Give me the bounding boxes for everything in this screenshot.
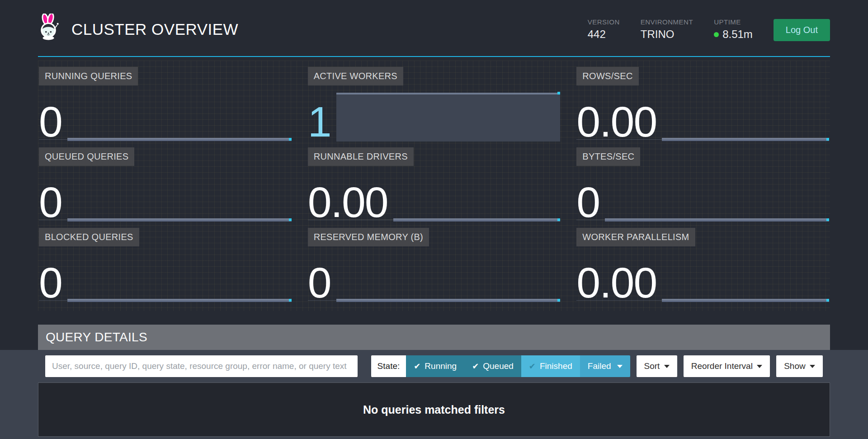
app-header: CLUSTER OVERVIEW VERSION 442 ENVIRONMENT… <box>0 0 868 57</box>
reorder-interval-dropdown-button[interactable]: Reorder Interval <box>684 355 770 377</box>
stat-label: RESERVED MEMORY (B) <box>308 228 429 246</box>
header-stat-uptime: UPTIME 8.51m <box>714 18 753 41</box>
sparkline-dot-icon <box>826 218 829 221</box>
state-filter-queued[interactable]: ✔ Queued <box>464 355 521 377</box>
environment-value: TRINO <box>641 28 693 41</box>
sparkline-dot-icon <box>289 218 292 221</box>
stat-card-active-workers: ACTIVE WORKERS 1 <box>308 67 561 145</box>
stat-label: QUEUED QUERIES <box>39 147 134 166</box>
sparkline-chart <box>605 173 829 222</box>
sort-dropdown-button[interactable]: Sort <box>637 355 677 377</box>
stat-label: BYTES/SEC <box>576 147 640 166</box>
stat-value: 0.00 <box>576 263 656 302</box>
uptime-value: 8.51m <box>722 28 753 41</box>
state-filter-group: State: ✔ Running ✔ Queued ✔ Finished Fai… <box>371 355 630 377</box>
sparkline-chart <box>662 254 829 302</box>
state-filter-label: State: <box>371 355 406 377</box>
stat-value: 0.00 <box>576 102 656 142</box>
sparkline-chart <box>393 173 561 222</box>
chevron-down-icon <box>757 365 762 368</box>
header-stat-version: VERSION 442 <box>588 18 620 41</box>
sparkline-chart <box>67 93 292 142</box>
sparkline-chart <box>662 93 829 142</box>
show-dropdown-button[interactable]: Show <box>776 355 823 377</box>
stat-label: WORKER PARALLELISM <box>576 228 695 246</box>
query-list-panel: No queries matched filters <box>38 382 830 437</box>
stat-value: 0.00 <box>308 183 388 222</box>
logout-button[interactable]: Log Out <box>774 19 830 41</box>
version-value: 442 <box>588 28 620 41</box>
sparkline-chart <box>67 254 292 302</box>
uptime-label: UPTIME <box>714 18 753 26</box>
stat-card-worker-parallelism: WORKER PARALLELISM 0.00 <box>576 228 829 306</box>
stat-card-bytes-sec: BYTES/SEC 0 <box>576 147 829 225</box>
cluster-stats-grid: RUNNING QUERIES 0 ACTIVE WORKERS 1 ROWS/… <box>38 61 830 311</box>
environment-label: ENVIRONMENT <box>641 18 693 26</box>
state-filter-failed-dropdown[interactable]: Failed <box>580 355 630 377</box>
sparkline-dot-icon <box>289 138 292 141</box>
stat-value: 0 <box>308 263 331 302</box>
chevron-down-icon <box>810 365 815 368</box>
header-stat-environment: ENVIRONMENT TRINO <box>641 18 693 41</box>
stat-card-queued-queries: QUEUED QUERIES 0 <box>39 147 292 225</box>
sparkline-dot-icon <box>557 218 560 221</box>
stat-value: 0 <box>576 183 599 222</box>
stat-card-runnable-drivers: RUNNABLE DRIVERS 0.00 <box>308 147 561 225</box>
state-filter-running[interactable]: ✔ Running <box>406 355 464 377</box>
stat-value: 0 <box>39 263 62 302</box>
stat-label: ROWS/SEC <box>576 67 638 85</box>
check-icon: ✔ <box>414 361 420 371</box>
sparkline-dot-icon <box>557 92 560 94</box>
stat-label: RUNNABLE DRIVERS <box>308 147 414 166</box>
sparkline-dot-icon <box>557 299 560 302</box>
query-details-title: QUERY DETAILS <box>38 325 830 350</box>
chevron-down-icon <box>664 365 670 368</box>
chevron-down-icon <box>617 365 623 368</box>
trino-bunny-logo-icon <box>38 14 60 41</box>
check-icon: ✔ <box>529 361 536 371</box>
stat-value: 1 <box>308 102 331 142</box>
stat-card-running-queries: RUNNING QUERIES 0 <box>39 67 292 145</box>
sparkline-chart <box>67 173 292 222</box>
stat-label: ACTIVE WORKERS <box>308 67 403 85</box>
page-title: CLUSTER OVERVIEW <box>71 18 238 41</box>
sparkline-dot-icon <box>826 299 829 302</box>
stat-label: RUNNING QUERIES <box>39 67 138 85</box>
sparkline-chart <box>336 93 561 142</box>
stat-card-blocked-queries: BLOCKED QUERIES 0 <box>39 228 292 306</box>
empty-state-message: No queries matched filters <box>363 403 505 416</box>
query-filter-toolbar: State: ✔ Running ✔ Queued ✔ Finished Fai… <box>38 350 830 382</box>
check-icon: ✔ <box>472 361 479 371</box>
version-label: VERSION <box>588 18 620 26</box>
query-details-section: State: ✔ Running ✔ Queued ✔ Finished Fai… <box>0 350 868 439</box>
stat-card-rows-sec: ROWS/SEC 0.00 <box>576 67 829 145</box>
query-search-input[interactable] <box>45 355 358 377</box>
stat-value: 0 <box>39 183 62 222</box>
stat-card-reserved-memory: RESERVED MEMORY (B) 0 <box>308 228 561 306</box>
uptime-status-dot <box>714 32 719 37</box>
stat-value: 0 <box>39 102 62 142</box>
sparkline-chart <box>336 254 561 302</box>
sparkline-dot-icon <box>289 299 292 302</box>
state-filter-finished[interactable]: ✔ Finished <box>521 355 580 377</box>
sparkline-dot-icon <box>826 138 829 141</box>
stat-label: BLOCKED QUERIES <box>39 228 139 246</box>
